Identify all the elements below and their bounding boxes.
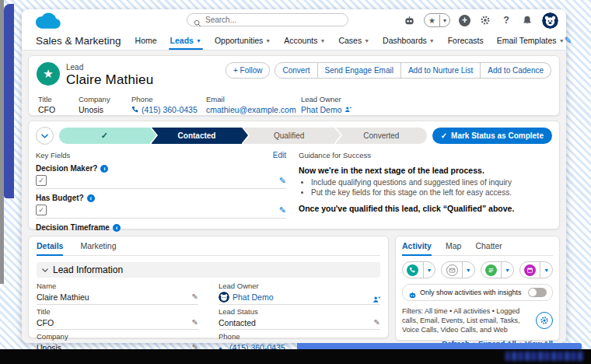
app-window: ★ ▾ + ? Sales & Marketing H	[22, 9, 566, 343]
path-stage-complete[interactable]: ✓	[59, 128, 150, 144]
email-control: ▼	[441, 261, 474, 278]
mark-status-complete-button[interactable]: ✓Mark Status as Complete	[432, 128, 552, 144]
field-email: Email cmathieu@example.com	[206, 95, 301, 114]
check-icon: ✓	[101, 131, 108, 141]
tab-map[interactable]: Map	[446, 236, 461, 255]
filters-text: Filters: All time • All activities • Log…	[402, 306, 531, 334]
change-owner-icon[interactable]	[344, 106, 352, 114]
tab-details[interactable]: Details	[37, 236, 63, 255]
chevron-down-icon: ▼	[364, 38, 369, 44]
convert-button[interactable]: Convert	[275, 62, 317, 79]
decor-navy-band	[4, 4, 14, 198]
inline-edit-icon[interactable]: ✎	[374, 318, 380, 327]
change-owner-icon[interactable]	[372, 293, 380, 301]
filters-gear-icon[interactable]	[536, 312, 553, 329]
phone-icon	[131, 106, 139, 114]
search-icon	[194, 16, 201, 24]
guidance-footer: Once you've qualified this lead, click “…	[299, 204, 552, 213]
field-title: Title CFO✎	[37, 305, 198, 330]
chevron-down-icon: ▼	[559, 38, 565, 44]
nav-tab-cases[interactable]: Cases▼	[338, 31, 369, 50]
path-stage-qualified[interactable]: Qualified	[243, 128, 334, 144]
call-icon	[407, 264, 418, 276]
follow-button[interactable]: + Follow	[226, 62, 271, 79]
add-to-nurture-list-button[interactable]: Add to Nurture List	[401, 62, 481, 79]
chevron-down-icon[interactable]: ▼	[463, 268, 474, 273]
search-input[interactable]	[205, 16, 330, 24]
path-stage-contacted[interactable]: Contacted	[152, 128, 243, 144]
chevron-down-icon[interactable]: ▼	[424, 268, 435, 273]
email-icon	[446, 264, 458, 276]
path-collapse-button[interactable]	[36, 127, 54, 145]
setup-gear-icon[interactable]	[479, 14, 491, 26]
inline-edit-icon[interactable]: ✎	[279, 176, 286, 186]
new-event-button[interactable]	[520, 262, 541, 278]
key-field-has-budget: Has Budget?i ✓✎	[36, 194, 286, 219]
field-lead-owner: Lead Owner Phat Demo	[219, 279, 380, 305]
einstein-icon	[408, 289, 416, 296]
nav-tab-email-templates[interactable]: Email Templates▼	[497, 31, 565, 50]
favorites-star-icon[interactable]: ★	[425, 15, 440, 26]
owner-link[interactable]: Phat Demo	[301, 105, 342, 114]
favorites-control[interactable]: ★ ▾	[424, 13, 450, 27]
blurred-watermark	[505, 352, 583, 361]
owner-avatar	[219, 292, 229, 303]
add-to-cadence-button[interactable]: Add to Cadence	[481, 62, 551, 79]
global-header: ★ ▾ + ?	[22, 9, 566, 31]
chevron-down-icon[interactable]: ▼	[540, 268, 552, 273]
insights-toggle[interactable]	[528, 288, 547, 297]
chevron-down-icon: ▼	[196, 38, 201, 44]
decor-black-bar	[0, 349, 591, 364]
inline-edit-icon[interactable]: ✎	[192, 318, 198, 327]
path-stages: ✓ Contacted Qualified Converted	[59, 128, 427, 144]
new-task-button[interactable]	[481, 262, 502, 278]
info-icon[interactable]: i	[100, 165, 108, 173]
new-event-control: ▼	[519, 261, 553, 278]
lead-information-section-header[interactable]: Lead Information	[37, 262, 380, 278]
info-icon[interactable]: i	[113, 224, 121, 232]
activity-tabs: Activity Map Chatter	[402, 236, 553, 256]
header-icon-bar: ★ ▾ + ?	[403, 12, 558, 29]
nav-tab-forecasts[interactable]: Forecasts	[448, 31, 484, 50]
key-fields-title: Key Fields	[36, 151, 70, 159]
info-icon[interactable]: i	[87, 194, 95, 202]
einstein-icon[interactable]	[403, 14, 415, 26]
record-type-label: Lead	[66, 63, 153, 72]
quick-actions: ▼ ▼ ▼ ▼	[402, 261, 553, 278]
event-icon	[524, 264, 536, 276]
phone-link[interactable]: (415) 360-0435	[142, 105, 198, 114]
notifications-bell-icon[interactable]	[521, 14, 533, 26]
decision-maker-checkbox[interactable]: ✓	[36, 175, 47, 186]
page-title: Claire Mathieu	[66, 72, 153, 88]
lead-object-icon: ★	[37, 62, 60, 86]
has-budget-checkbox[interactable]: ✓	[36, 205, 47, 215]
details-panel: Details Marketing Lead Information Name …	[28, 236, 389, 338]
global-search[interactable]	[187, 13, 348, 26]
tab-activity[interactable]: Activity	[402, 236, 432, 255]
path-assistant-panel: ✓ Contacted Qualified Converted ✓Mark St…	[28, 121, 560, 229]
inline-edit-icon[interactable]: ✎	[279, 205, 286, 215]
key-fields-edit-link[interactable]: Edit	[273, 151, 286, 159]
global-actions-icon[interactable]: +	[459, 15, 470, 26]
email-link[interactable]: cmathieu@example.com	[206, 105, 296, 114]
guidance-column: Guidance for Success Now we're in the ne…	[299, 151, 552, 248]
log-a-call-button[interactable]	[403, 262, 424, 278]
tab-marketing[interactable]: Marketing	[80, 236, 116, 255]
edit-page-icon[interactable]: ✎	[565, 35, 572, 46]
chevron-down-icon[interactable]: ▼	[502, 268, 513, 273]
help-icon[interactable]: ?	[500, 14, 512, 26]
nav-tab-home[interactable]: Home	[135, 31, 157, 50]
chevron-down-icon	[42, 268, 48, 272]
nav-tab-leads[interactable]: Leads▼	[170, 31, 201, 50]
send-engage-email-button[interactable]: Send Engage Email	[318, 62, 401, 79]
path-stage-converted[interactable]: Converted	[336, 128, 427, 144]
tab-chatter[interactable]: Chatter	[475, 236, 502, 255]
user-avatar[interactable]	[542, 12, 558, 29]
inline-edit-icon[interactable]: ✎	[192, 292, 198, 301]
nav-tab-dashboards[interactable]: Dashboards▼	[383, 31, 435, 50]
owner-link[interactable]: Phat Demo	[233, 292, 274, 302]
nav-tab-accounts[interactable]: Accounts▼	[284, 31, 325, 50]
nav-tab-opportunities[interactable]: Opportunities▼	[215, 31, 271, 50]
email-button[interactable]	[442, 262, 463, 278]
chevron-down-icon[interactable]: ▾	[440, 17, 449, 24]
